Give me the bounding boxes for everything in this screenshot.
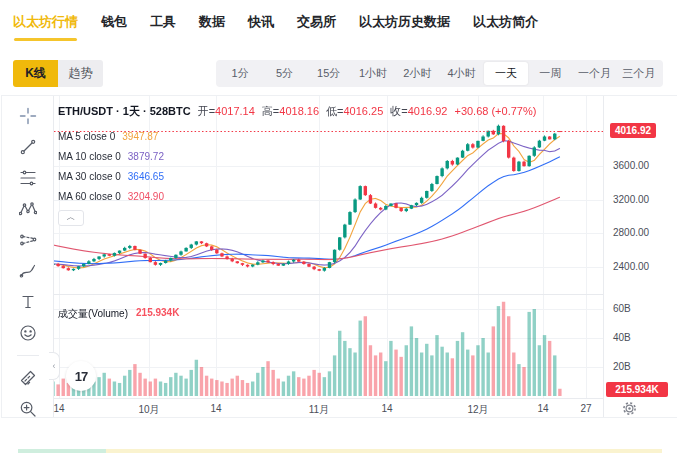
xabcd-pattern-icon[interactable] [19, 200, 37, 218]
nav-item-about[interactable]: 以太坊简介 [473, 13, 538, 41]
gear-icon[interactable] [622, 401, 637, 416]
last-price-badge: 4016.92 [610, 123, 656, 138]
ma-label: MA 5 close 0 [58, 131, 115, 142]
volume-tick: 40B [613, 332, 631, 343]
volume-tick: 60B [613, 303, 631, 314]
time-tick: 11月 [309, 403, 329, 417]
next-section-edge-green [18, 449, 106, 453]
nav-item-wallet[interactable]: 钱包 [101, 13, 127, 41]
chart-type-kline-button[interactable]: K线 [13, 60, 58, 87]
volume-label: 成交量(Volume) [58, 307, 128, 321]
time-tick: 14 [381, 403, 392, 414]
nav-item-data[interactable]: 数据 [199, 13, 225, 41]
volume-tick: 20B [613, 361, 631, 372]
ma-legend-row: MA 30 close 03646.65 [58, 166, 536, 186]
symbol-title: ETH/USDT · 1天 · 528BTC [58, 104, 191, 119]
ma-value: 3879.72 [128, 151, 164, 162]
time-tick: 12月 [467, 403, 488, 417]
timeframe-2[interactable]: 5分 [262, 62, 306, 85]
ma-value: 3204.90 [128, 191, 164, 202]
nav-item-exchanges[interactable]: 交易所 [297, 13, 336, 41]
high-value: 4018.16 [279, 105, 319, 117]
projection-icon[interactable] [19, 231, 37, 249]
time-tick: 10月 [138, 403, 159, 417]
chart-type-switch: K线趋势 [13, 60, 103, 87]
low-value: 4016.25 [343, 105, 383, 117]
nav-item-history[interactable]: 以太坊历史数据 [359, 13, 450, 41]
nav-item-tools[interactable]: 工具 [150, 13, 176, 41]
last-volume-badge: 215.934K [606, 382, 668, 397]
toolbar-divider [17, 355, 39, 356]
timeframe-1[interactable]: 1分 [218, 62, 262, 85]
nav-item-market[interactable]: 以太坊行情 [13, 13, 78, 41]
ma-legend-row: MA 10 close 03879.72 [58, 146, 536, 166]
price-axis[interactable]: 4016.92 215.934K 3600.003200.002800.0024… [603, 96, 677, 417]
ma-label: MA 10 close 0 [58, 151, 121, 162]
legend-collapse-button[interactable]: ︿ [58, 210, 84, 226]
ma-value: 3646.65 [128, 171, 164, 182]
drawing-toolbar [2, 96, 54, 417]
top-nav: 以太坊行情钱包工具数据快讯交易所以太坊历史数据以太坊简介 [13, 13, 538, 41]
close-value: 4016.92 [408, 105, 448, 117]
zoom-in-icon[interactable] [19, 400, 37, 418]
timeframe-4[interactable]: 1小时 [351, 62, 395, 85]
emoji-icon[interactable] [19, 324, 37, 342]
timeframe-8[interactable]: 一周 [528, 62, 572, 85]
high-label: 高= [262, 105, 279, 117]
time-tick: 14 [210, 403, 221, 414]
ma-value: 3947.87 [122, 131, 158, 142]
page: 以太坊行情钱包工具数据快讯交易所以太坊历史数据以太坊简介 K线趋势 1分5分15… [0, 0, 680, 453]
chart-widget: ETH/USDT · 1天 · 528BTC 开=4017.14 高=4018.… [1, 95, 677, 418]
ma-label: MA 30 close 0 [58, 171, 121, 182]
change-value: +30.68 (+0.77%) [454, 105, 536, 117]
ma-legend-row: MA 60 close 03204.90 [58, 186, 536, 206]
time-tick: 27 [580, 403, 591, 414]
ruler-icon[interactable] [19, 369, 37, 387]
timeframe-9[interactable]: 一个月 [572, 62, 616, 85]
ma-legend: MA 5 close 03947.87MA 10 close 03879.72M… [58, 126, 536, 206]
volume-value: 215.934K [136, 307, 179, 321]
price-tick: 3600.00 [613, 160, 649, 171]
timeframe-10[interactable]: 三个月 [617, 62, 661, 85]
ohlc-header: ETH/USDT · 1天 · 528BTC 开=4017.14 高=4018.… [58, 104, 536, 119]
open-value: 4017.14 [215, 105, 255, 117]
ma-label: MA 60 close 0 [58, 191, 121, 202]
chart-legend: ETH/USDT · 1天 · 528BTC 开=4017.14 高=4018.… [58, 104, 536, 226]
low-label: 低= [326, 105, 343, 117]
price-tick: 3200.00 [613, 194, 649, 205]
timeframe-group: 1分5分15分1小时2小时4小时一天一周一个月三个月 [216, 60, 663, 87]
brush-icon[interactable] [19, 262, 37, 280]
time-axis[interactable]: 1410月1411月1412月1427 [54, 398, 603, 419]
timeframe-7[interactable]: 一天 [484, 62, 528, 85]
close-label: 收= [390, 105, 407, 117]
price-tick: 2800.00 [613, 227, 649, 238]
crosshair-icon[interactable] [19, 107, 37, 125]
timeframe-3[interactable]: 15分 [307, 62, 351, 85]
tradingview-logo[interactable]: 17 [66, 361, 96, 391]
trend-line-icon[interactable] [19, 138, 37, 156]
timeframe-5[interactable]: 2小时 [395, 62, 439, 85]
timeframe-6[interactable]: 4小时 [439, 62, 483, 85]
open-label: 开= [198, 105, 215, 117]
price-tick: 2400.00 [613, 261, 649, 272]
time-tick: 14 [53, 403, 64, 414]
fib-retracement-icon[interactable] [19, 169, 37, 187]
time-tick: 14 [537, 403, 548, 414]
next-section-edge-yellow [106, 449, 662, 453]
ma-legend-row: MA 5 close 03947.87 [58, 126, 536, 146]
volume-pane-title: 成交量(Volume) 215.934K [58, 307, 179, 321]
text-icon[interactable] [19, 293, 37, 311]
nav-item-news[interactable]: 快讯 [248, 13, 274, 41]
chart-type-trend-button[interactable]: 趋势 [58, 60, 103, 87]
toolbar-collapse-tab[interactable]: ‹ [49, 352, 60, 380]
